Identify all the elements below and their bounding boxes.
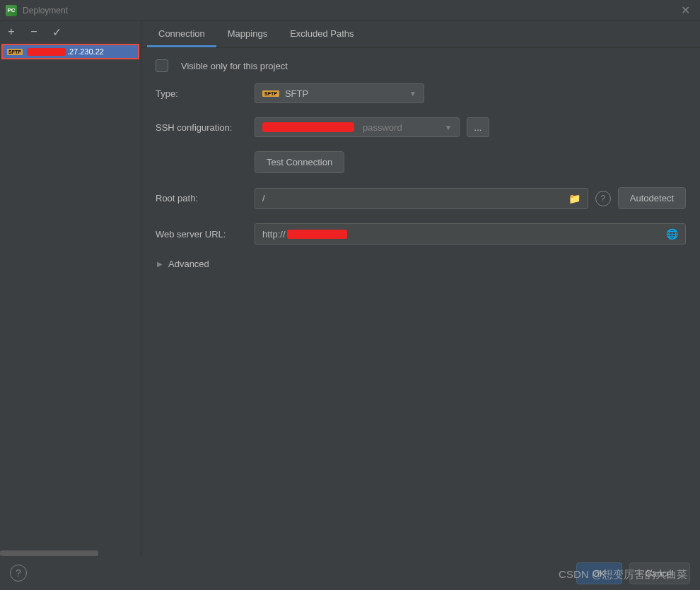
ok-button[interactable]: OK	[576, 562, 622, 584]
root-path-input[interactable]: / 📁	[255, 188, 588, 209]
form-area: Visible only for this project Type: SFTP…	[141, 48, 700, 556]
footer: ? OK Cancel	[0, 556, 700, 590]
ssh-password-hint: password	[363, 122, 402, 133]
root-path-label: Root path:	[156, 193, 247, 203]
tabs: Connection Mappings Excluded Paths	[141, 21, 700, 48]
type-row: Type: SFTP SFTP ▼	[156, 83, 686, 103]
server-label: .27.230.22	[27, 47, 104, 56]
folder-icon[interactable]: 📁	[568, 193, 581, 204]
scrollbar-thumb[interactable]	[0, 550, 98, 556]
main-layout: + − ✓ SFTP .27.230.22 Connection Mapping…	[0, 21, 700, 556]
chevron-down-icon: ▼	[409, 90, 416, 98]
sidebar: + − ✓ SFTP .27.230.22	[0, 21, 141, 556]
window-title: Deployment	[23, 6, 677, 16]
content: Connection Mappings Excluded Paths Visib…	[141, 21, 700, 556]
web-url-label: Web server URL:	[156, 229, 247, 240]
redacted-ssh	[262, 122, 354, 132]
sidebar-scrollbar[interactable]	[0, 550, 141, 556]
cancel-button[interactable]: Cancel	[629, 562, 690, 584]
root-path-value: /	[262, 193, 568, 203]
sidebar-toolbar: + − ✓	[0, 21, 141, 42]
root-path-row: Root path: / 📁 ? Autodetect	[156, 187, 686, 209]
visible-only-row: Visible only for this project	[156, 59, 686, 72]
web-url-row: Web server URL: http:// 🌐	[156, 223, 686, 244]
tab-mappings[interactable]: Mappings	[216, 21, 279, 47]
close-icon[interactable]: ✕	[677, 2, 694, 18]
ssh-dropdown[interactable]: password ▼	[255, 117, 460, 137]
visible-only-checkbox[interactable]	[156, 59, 168, 72]
tab-excluded-paths[interactable]: Excluded Paths	[279, 21, 365, 47]
titlebar: PC Deployment ✕	[0, 0, 700, 21]
ssh-label: SSH configuration:	[156, 122, 247, 133]
chevron-right-icon: ▶	[157, 260, 163, 268]
test-connection-button[interactable]: Test Connection	[255, 151, 344, 173]
sftp-icon: SFTP	[7, 49, 23, 55]
chevron-down-icon: ▼	[445, 124, 452, 131]
redacted-url	[287, 230, 347, 239]
type-label: Type:	[156, 88, 247, 99]
test-connection-row: Test Connection	[156, 151, 686, 173]
remove-button[interactable]: −	[27, 25, 41, 38]
sftp-type-icon: SFTP	[262, 90, 279, 97]
add-button[interactable]: +	[4, 25, 18, 38]
ssh-row: SSH configuration: password ▼ ...	[156, 117, 686, 137]
server-list: SFTP .27.230.22	[0, 42, 141, 550]
autodetect-button[interactable]: Autodetect	[618, 187, 686, 209]
redacted-text	[27, 48, 66, 56]
type-value: SFTP	[285, 88, 308, 99]
tab-connection[interactable]: Connection	[147, 21, 216, 47]
type-dropdown[interactable]: SFTP SFTP ▼	[255, 83, 424, 103]
app-icon: PC	[6, 5, 17, 16]
apply-button[interactable]: ✓	[49, 25, 64, 39]
globe-icon[interactable]: 🌐	[666, 228, 678, 240]
web-url-input[interactable]: http:// 🌐	[255, 223, 686, 244]
help-icon[interactable]: ?	[595, 191, 611, 206]
advanced-label: Advanced	[168, 259, 209, 269]
server-item[interactable]: SFTP .27.230.22	[1, 44, 139, 59]
advanced-section[interactable]: ▶ Advanced	[156, 259, 686, 269]
web-url-value: http://	[262, 229, 666, 240]
ssh-browse-button[interactable]: ...	[467, 117, 489, 137]
footer-help-icon[interactable]: ?	[10, 565, 27, 582]
visible-only-label[interactable]: Visible only for this project	[181, 61, 288, 71]
